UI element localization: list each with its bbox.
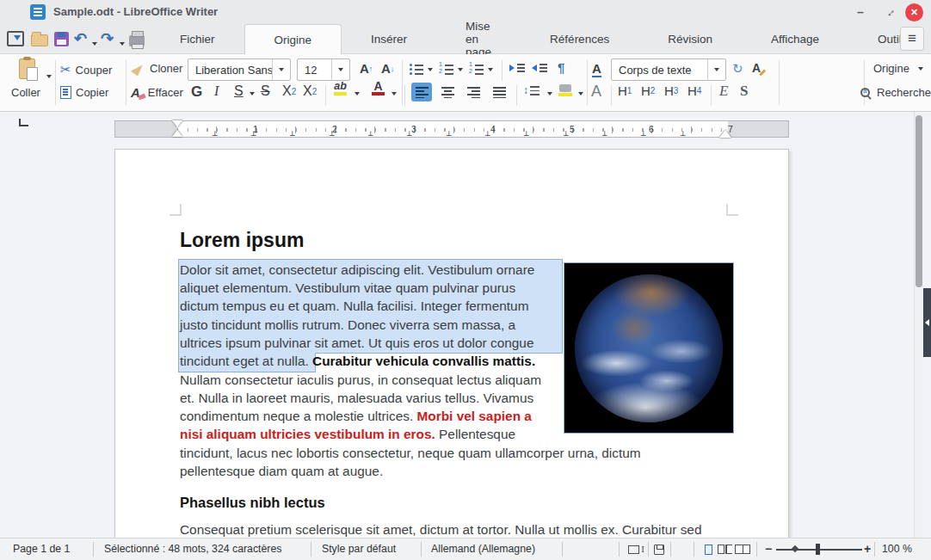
text-line[interactable]: ultrices ipsum pulvinar sit amet. Ut qui…	[180, 334, 533, 352]
tab-stop-marker[interactable]: ┴	[564, 132, 568, 140]
tab-stop-marker[interactable]: ┴	[641, 132, 645, 140]
tab-references[interactable]: Références	[521, 24, 638, 54]
text-line[interactable]: tincidunt, lacus nec lobortis consectetu…	[180, 444, 641, 462]
paragraph-background-dropdown[interactable]	[578, 92, 583, 95]
text-line[interactable]: tincidunt eget at nulla. Curabitur vehic…	[180, 352, 535, 370]
tab-stop-marker[interactable]: ┴	[330, 132, 334, 140]
tab-stop-marker[interactable]: ┴	[485, 132, 490, 140]
close-button[interactable]: ✕	[905, 3, 923, 22]
find-replace-button[interactable]: Rechercher	[860, 86, 931, 99]
numbered-list-button[interactable]	[439, 63, 453, 73]
formatting-marks-button[interactable]: ¶	[558, 60, 564, 75]
align-right-button[interactable]	[463, 83, 484, 102]
heading4-style-button[interactable]: H4	[687, 83, 701, 98]
document-modified-icon[interactable]	[654, 545, 664, 555]
line-spacing-dropdown[interactable]	[547, 92, 552, 95]
font-color-dropdown[interactable]	[392, 92, 397, 95]
print-button[interactable]	[129, 29, 145, 48]
update-style-button[interactable]: ↻	[732, 61, 743, 77]
paragraph-style-combo[interactable]: Corps de texte	[611, 58, 726, 81]
tab-mise-en-page[interactable]: Mise en page	[436, 24, 521, 54]
sidebar-show-handle[interactable]	[923, 288, 931, 357]
word-count-status[interactable]: Sélectionné : 48 mots, 324 caractères	[104, 543, 281, 555]
text-line[interactable]: aliquet elementum. Vestibulum vitae quam…	[180, 279, 515, 297]
document-heading2[interactable]: Phasellus nibh lectus	[180, 495, 325, 511]
heading1-style-button[interactable]: H1	[618, 83, 632, 98]
outline-list-button[interactable]	[469, 63, 484, 73]
document-heading1[interactable]: Lorem ipsum	[180, 229, 304, 252]
open-button[interactable]	[31, 29, 48, 48]
grow-font-button[interactable]: A↑	[360, 61, 373, 76]
tab-stop-marker[interactable]: ┴	[290, 132, 294, 140]
horizontal-ruler[interactable]: 1 2 3 4 5 6 7 ┴ ┴ ┴ ┴ ┴ ┴ ┴ ┴ ┴ ┴ ┴ ┴ ┴	[114, 120, 789, 138]
no-character-style-button[interactable]: A	[591, 83, 601, 101]
tab-stop-marker[interactable]: ┴	[407, 132, 411, 140]
tab-stop-marker[interactable]: ┴	[213, 132, 217, 140]
numbered-list-dropdown[interactable]	[458, 68, 463, 71]
copy-button[interactable]: Copier	[60, 86, 108, 99]
right-indent-marker[interactable]	[719, 130, 731, 138]
page-count-status[interactable]: Page 1 de 1	[13, 543, 70, 555]
text-line[interactable]: et. Nulla in laoreet mauris, malesuada v…	[180, 389, 533, 407]
character-styles-button[interactable]: A	[592, 61, 601, 77]
justify-button[interactable]	[489, 83, 509, 102]
language-status[interactable]: Allemand (Allemagne)	[431, 543, 535, 555]
single-page-view-icon[interactable]	[705, 545, 712, 555]
page-style-status[interactable]: Style par défaut	[322, 543, 396, 555]
paragraph-style-dropdown[interactable]	[707, 59, 725, 80]
target-context-dropdown[interactable]: Origine	[873, 62, 923, 75]
subscript-button[interactable]: X2	[282, 83, 296, 99]
zoom-slider-handle[interactable]	[816, 544, 820, 555]
left-indent-marker[interactable]	[172, 130, 182, 137]
highlight-color-button[interactable]: ab	[334, 82, 347, 95]
tab-fichier[interactable]: Fichier	[151, 24, 244, 54]
tab-origine[interactable]: Origine	[244, 24, 342, 54]
vertical-scrollbar[interactable]	[914, 112, 923, 538]
book-view-icon[interactable]	[735, 545, 750, 554]
superscript-button[interactable]: X2	[303, 83, 317, 99]
cut-button[interactable]: ✂Couper	[60, 62, 112, 77]
redo-button[interactable]: ↷	[101, 29, 114, 48]
text-line[interactable]: condimentum neque a molestie ultrices. M…	[180, 407, 532, 425]
tab-inserer[interactable]: Insérer	[342, 24, 436, 54]
increase-indent-button[interactable]	[509, 63, 525, 73]
decrease-indent-button[interactable]	[532, 63, 547, 73]
heading3-style-button[interactable]: H3	[664, 83, 678, 98]
italic-button[interactable]: I	[214, 83, 219, 99]
multi-page-view-icon[interactable]	[718, 545, 724, 554]
paste-dropdown[interactable]	[46, 75, 52, 78]
outline-list-dropdown[interactable]	[488, 68, 493, 71]
emphasis-style-button[interactable]: E	[719, 83, 728, 100]
selection-mode-icon[interactable]	[628, 545, 639, 554]
maximize-button[interactable]: ↕	[883, 3, 900, 21]
zoom-in-button[interactable]: +	[864, 542, 871, 556]
font-size-combo[interactable]: 12	[297, 58, 350, 81]
first-line-indent-marker[interactable]	[172, 120, 182, 127]
save-button[interactable]	[54, 29, 69, 48]
line-spacing-button[interactable]: ↕	[523, 84, 539, 96]
underline-button[interactable]: S	[234, 83, 244, 99]
font-size-dropdown[interactable]	[331, 59, 349, 80]
minimize-button[interactable]: –	[852, 3, 869, 21]
tab-stop-marker[interactable]: ┴	[368, 132, 373, 140]
redo-dropdown[interactable]	[120, 34, 125, 53]
font-color-button[interactable]: A	[372, 82, 385, 95]
text-line[interactable]: justo tincidunt mollis rutrum. Donec viv…	[180, 316, 515, 334]
strikethrough-button[interactable]: S	[261, 83, 270, 99]
tab-revision[interactable]: Révision	[638, 24, 742, 54]
earth-image[interactable]	[564, 262, 734, 434]
bullet-list-button[interactable]	[410, 63, 423, 73]
edit-style-button[interactable]: A	[752, 61, 761, 75]
vertical-scrollbar-thumb[interactable]	[916, 115, 922, 287]
zoom-out-button[interactable]: −	[765, 542, 772, 556]
tab-affichage[interactable]: Affichage	[742, 24, 848, 54]
strong-style-button[interactable]: S	[740, 83, 748, 100]
tab-stop-marker[interactable]: ┴	[251, 132, 256, 140]
align-center-button[interactable]	[437, 83, 458, 102]
document-page[interactable]: Lorem ipsum Dolor sit amet, consectetur …	[114, 149, 789, 538]
text-line[interactable]: nisi aliquam ultricies vestibulum in ero…	[180, 425, 515, 443]
clear-formatting-button[interactable]: AEffacer	[131, 85, 183, 100]
tab-stop-marker[interactable]: ┴	[602, 132, 607, 140]
tab-stop-marker[interactable]: ┴	[447, 132, 451, 140]
bullet-list-dropdown[interactable]	[428, 68, 433, 71]
